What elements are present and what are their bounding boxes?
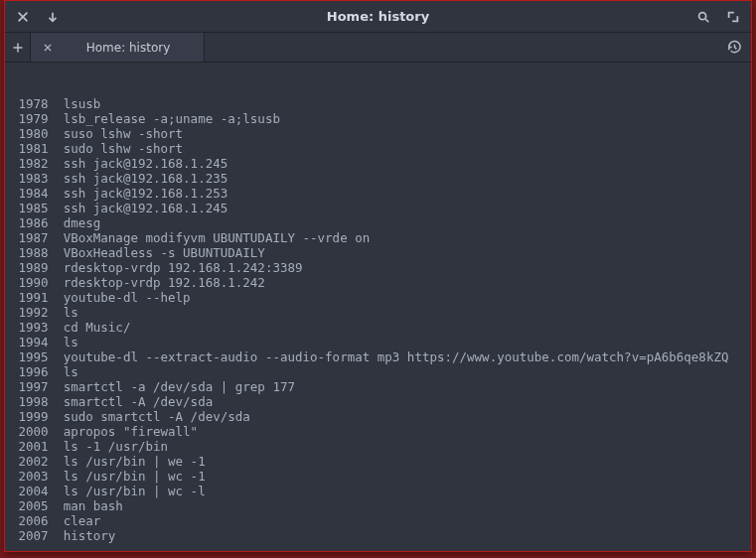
history-line: 1991 youtube-dl --help (11, 290, 745, 305)
history-line: 1988 VBoxHeadless -s UBUNTUDAILY (11, 245, 745, 260)
maximize-icon[interactable] (725, 9, 741, 25)
new-tab-button[interactable] (5, 33, 31, 62)
window-title: Home: history (71, 9, 685, 24)
history-line: 1996 ls (11, 364, 745, 379)
tab-close-icon[interactable] (41, 41, 55, 55)
history-line: 2005 man bash (11, 498, 745, 513)
titlebar: Home: history (5, 1, 751, 33)
history-line: 1994 ls (11, 335, 745, 349)
history-line: 1986 dmesg (11, 215, 745, 230)
history-line: 2003 ls /usr/bin | wc -1 (11, 469, 745, 484)
history-line: 1990 rdesktop-vrdp 192.168.1.242 (11, 275, 745, 290)
history-line: 1979 lsb_release -a;uname -a;lsusb (11, 111, 745, 126)
history-line: 1998 smartctl -A /dev/sda (11, 394, 745, 409)
history-line: 1992 ls (11, 305, 745, 320)
minimize-icon[interactable] (45, 9, 61, 25)
history-line: 1995 youtube-dl --extract-audio --audio-… (11, 349, 745, 364)
history-line: 1999 sudo smartctl -A /dev/sda (11, 409, 745, 424)
history-line: 1980 suso lshw -short (11, 126, 745, 141)
history-line: 1983 ssh jack@192.168.1.235 (11, 171, 745, 186)
history-line: 2001 ls -1 /usr/bin (11, 439, 745, 454)
history-line: 1984 ssh jack@192.168.1.253 (11, 186, 745, 201)
history-line: 2006 clear (11, 513, 745, 528)
history-line: 1981 sudo lshw -short (11, 141, 745, 156)
history-line: 1978 lsusb (11, 96, 745, 111)
history-line: 1993 cd Music/ (11, 320, 745, 335)
history-line: 1997 smartctl -a /dev/sda | grep 177 (11, 379, 745, 394)
history-line: 1987 VBoxManage modifyvm UBUNTUDAILY --v… (11, 230, 745, 245)
svg-point-0 (699, 12, 706, 19)
terminal-window: Home: history Home: history 197 (4, 0, 752, 552)
terminal-output[interactable]: 1978 lsusb 1979 lsb_release -a;uname -a;… (5, 63, 751, 551)
history-line: 1982 ssh jack@192.168.1.245 (11, 156, 745, 171)
tabbar: Home: history (5, 33, 751, 63)
search-icon[interactable] (695, 9, 711, 25)
history-line: 2007 history (11, 528, 745, 543)
history-line: 2002 ls /usr/bin | we -1 (11, 454, 745, 469)
history-line: 2000 apropos "firewall" (11, 424, 745, 439)
history-line: 2004 ls /usr/bin | wc -l (11, 484, 745, 498)
close-icon[interactable] (15, 9, 31, 25)
history-line: 1985 ssh jack@192.168.1.245 (11, 201, 745, 215)
history-line: 1989 rdesktop-vrdp 192.168.1.242:3389 (11, 260, 745, 275)
tab-terminal[interactable]: Home: history (31, 33, 205, 62)
tab-label: Home: history (63, 41, 194, 55)
history-icon[interactable] (717, 33, 751, 62)
